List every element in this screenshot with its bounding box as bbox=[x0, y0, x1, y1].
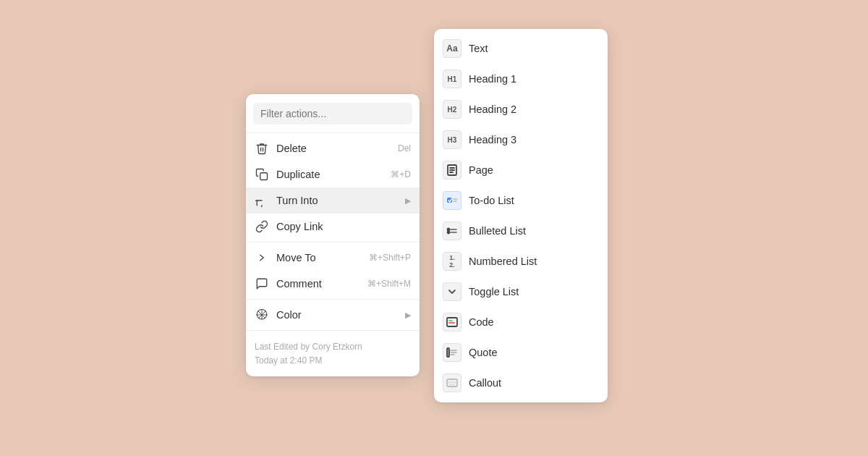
menu-item-color-label: Color bbox=[276, 309, 302, 321]
move-to-shortcut: ⌘+Shift+P bbox=[369, 253, 411, 263]
submenu-todo-label: To-do List bbox=[469, 195, 514, 206]
submenu-toggle-label: Toggle List bbox=[469, 286, 519, 297]
divider-bottom bbox=[246, 299, 420, 300]
page-icon bbox=[443, 161, 461, 180]
submenu-page-label: Page bbox=[469, 164, 493, 176]
submenu-bulleted[interactable]: Bulleted List bbox=[434, 216, 608, 246]
submenu-numbered[interactable]: 1. 2. Numbered List bbox=[434, 246, 608, 276]
heading1-icon: H1 bbox=[443, 69, 461, 88]
submenu-text[interactable]: Aa Text bbox=[434, 33, 608, 64]
code-icon bbox=[443, 313, 461, 332]
copy-link-icon bbox=[255, 219, 269, 234]
filter-input-wrap bbox=[246, 98, 420, 130]
callout-icon bbox=[443, 373, 461, 392]
bulleted-icon bbox=[443, 221, 461, 240]
color-icon bbox=[255, 308, 269, 322]
turn-into-arrow: ▶ bbox=[405, 196, 411, 206]
divider-footer bbox=[246, 330, 420, 331]
svg-point-8 bbox=[448, 229, 450, 231]
todo-icon bbox=[443, 191, 461, 210]
menu-item-delete-label: Delete bbox=[276, 143, 307, 154]
delete-shortcut: Del bbox=[398, 143, 411, 153]
menu-item-color[interactable]: Color ▶ bbox=[246, 302, 420, 328]
menu-item-move-to-label: Move To bbox=[276, 252, 316, 263]
turn-into-icon bbox=[255, 193, 269, 208]
menu-item-turn-into-label: Turn Into bbox=[276, 195, 318, 206]
heading3-icon: H3 bbox=[443, 130, 461, 149]
menu-item-comment-label: Comment bbox=[276, 278, 322, 290]
duplicate-icon bbox=[255, 167, 269, 182]
footer: Last Edited by Cory Etzkorn Today at 2:4… bbox=[246, 333, 420, 372]
submenu-code-label: Code bbox=[469, 316, 494, 328]
submenu-heading1[interactable]: H1 Heading 1 bbox=[434, 64, 608, 94]
svg-rect-15 bbox=[447, 348, 449, 357]
submenu-bulleted-label: Bulleted List bbox=[469, 225, 526, 237]
submenu-heading2-label: Heading 2 bbox=[469, 104, 516, 115]
svg-rect-12 bbox=[447, 318, 457, 326]
submenu-callout[interactable]: Callout bbox=[434, 368, 608, 398]
menu-item-copy-link-label: Copy Link bbox=[276, 221, 323, 232]
duplicate-shortcut: ⌘+D bbox=[391, 169, 411, 180]
footer-line2: Today at 2:40 PM bbox=[255, 354, 411, 368]
menu-item-duplicate-label: Duplicate bbox=[276, 169, 320, 180]
filter-input[interactable] bbox=[253, 103, 412, 124]
submenu-numbered-label: Numbered List bbox=[469, 256, 537, 267]
trash-icon bbox=[255, 141, 269, 156]
footer-line1: Last Edited by Cory Etzkorn bbox=[255, 340, 411, 354]
submenu-toggle[interactable]: Toggle List bbox=[434, 276, 608, 307]
submenu-heading3[interactable]: H3 Heading 3 bbox=[434, 124, 608, 155]
menu-item-copy-link[interactable]: Copy Link bbox=[246, 214, 420, 240]
comment-shortcut: ⌘+Shift+M bbox=[367, 279, 411, 289]
divider-mid bbox=[246, 242, 420, 242]
submenu-text-label: Text bbox=[469, 43, 488, 54]
heading2-icon: H2 bbox=[443, 100, 461, 119]
submenu-heading1-label: Heading 1 bbox=[469, 73, 516, 85]
submenu-heading2[interactable]: H2 Heading 2 bbox=[434, 94, 608, 124]
toggle-icon bbox=[443, 282, 461, 301]
comment-icon bbox=[255, 276, 269, 291]
submenu-page[interactable]: Page bbox=[434, 155, 608, 185]
submenu-quote-label: Quote bbox=[469, 347, 498, 358]
submenu-heading3-label: Heading 3 bbox=[469, 134, 516, 145]
menu-item-turn-into[interactable]: Turn Into ▶ bbox=[246, 187, 420, 214]
move-to-icon bbox=[255, 250, 269, 265]
submenu-todo[interactable]: To-do List bbox=[434, 185, 608, 216]
menu-item-duplicate[interactable]: Duplicate ⌘+D bbox=[246, 161, 420, 187]
submenu-callout-label: Callout bbox=[469, 377, 501, 389]
submenu-code[interactable]: Code bbox=[434, 307, 608, 337]
svg-rect-19 bbox=[447, 379, 457, 387]
menu-item-delete[interactable]: Delete Del bbox=[246, 135, 420, 161]
submenu-quote[interactable]: Quote bbox=[434, 337, 608, 368]
svg-point-10 bbox=[448, 232, 450, 234]
menu-item-comment[interactable]: Comment ⌘+Shift+M bbox=[246, 271, 420, 297]
color-arrow: ▶ bbox=[405, 311, 411, 320]
divider-top bbox=[246, 132, 420, 133]
numbered-icon: 1. 2. bbox=[443, 252, 461, 271]
quote-icon bbox=[443, 343, 461, 362]
context-menu: Delete Del Duplicate ⌘+D Turn Into ▶ Cop… bbox=[246, 94, 420, 376]
menu-item-move-to[interactable]: Move To ⌘+Shift+P bbox=[246, 245, 420, 271]
text-icon: Aa bbox=[443, 39, 461, 58]
turn-into-submenu: Aa Text H1 Heading 1 H2 Heading 2 H3 Hea… bbox=[434, 29, 608, 402]
svg-rect-0 bbox=[260, 173, 268, 180]
